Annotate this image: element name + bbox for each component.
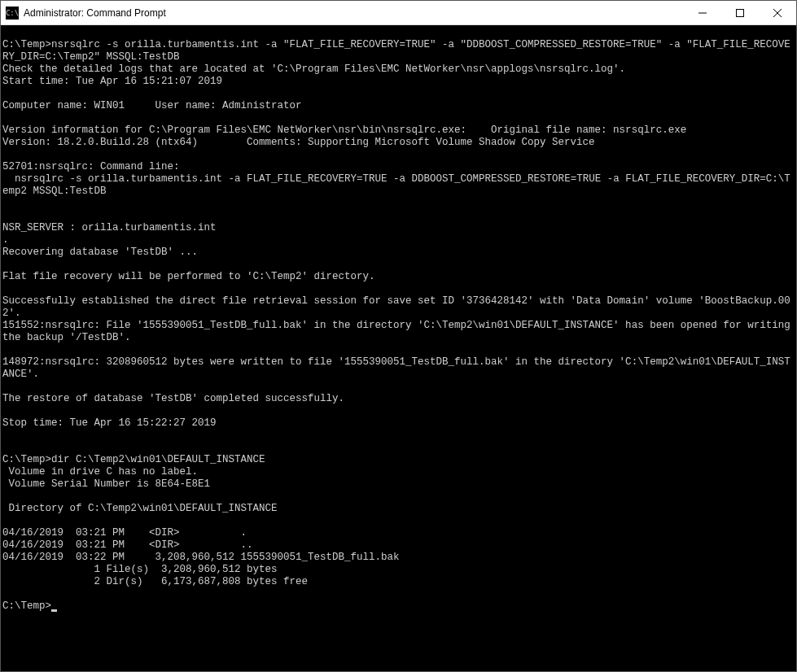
terminal-line: NSR_SERVER : orilla.turbamentis.int xyxy=(2,222,795,234)
maximize-button[interactable] xyxy=(721,1,759,24)
terminal-output[interactable]: C:\Temp>nsrsqlrc -s orilla.turbamentis.i… xyxy=(1,25,796,671)
close-icon xyxy=(773,9,782,17)
terminal-line: 151552:nsrsqlrc: File '1555390051_TestDB… xyxy=(2,320,795,344)
terminal-line xyxy=(2,112,795,124)
close-button[interactable] xyxy=(759,1,796,24)
window-title: Administrator: Command Prompt xyxy=(24,7,684,19)
terminal-line: 2 Dir(s) 6,173,687,808 bytes free xyxy=(2,576,795,588)
terminal-line xyxy=(2,259,795,271)
terminal-line: Volume Serial Number is 8E64-E8E1 xyxy=(2,478,795,491)
terminal-line xyxy=(2,149,795,161)
terminal-line: Computer name: WIN01 User name: Administ… xyxy=(2,100,795,112)
terminal-line xyxy=(2,210,795,222)
terminal-line: 04/16/2019 03:21 PM <DIR> . xyxy=(2,527,795,539)
terminal-line xyxy=(2,588,795,600)
terminal-line xyxy=(2,491,795,503)
terminal-line: C:\Temp>nsrsqlrc -s orilla.turbamentis.i… xyxy=(2,39,795,63)
terminal-line xyxy=(2,405,795,417)
terminal-line xyxy=(2,515,795,527)
terminal-line: . xyxy=(2,234,795,247)
cmd-icon: C:\ xyxy=(6,7,19,20)
terminal-line: nsrsqlrc -s orilla.turbamentis.int -a FL… xyxy=(2,173,795,198)
terminal-line xyxy=(2,344,795,356)
command-prompt-window: C:\ Administrator: Command Prompt C:\Tem… xyxy=(0,0,797,672)
terminal-line xyxy=(2,27,795,39)
terminal-line xyxy=(2,88,795,100)
svg-rect-1 xyxy=(737,9,744,16)
terminal-line xyxy=(2,430,795,442)
terminal-line: 1 File(s) 3,208,960,512 bytes xyxy=(2,564,795,576)
titlebar[interactable]: C:\ Administrator: Command Prompt xyxy=(1,1,796,25)
terminal-line: 148972:nsrsqlrc: 3208960512 bytes were w… xyxy=(2,356,795,381)
minimize-icon xyxy=(698,9,707,17)
terminal-line xyxy=(2,283,795,295)
terminal-line xyxy=(2,198,795,210)
terminal-line: Recovering database 'TestDB' ... xyxy=(2,247,795,259)
terminal-line: Successfully established the direct file… xyxy=(2,295,795,320)
terminal-line: Stop time: Tue Apr 16 15:22:27 2019 xyxy=(2,417,795,430)
terminal-line xyxy=(2,381,795,393)
terminal-line: Directory of C:\Temp2\win01\DEFAULT_INST… xyxy=(2,503,795,515)
terminal-line: 04/16/2019 03:22 PM 3,208,960,512 155539… xyxy=(2,552,795,564)
terminal-line: The restore of database 'TestDB' complet… xyxy=(2,393,795,405)
terminal-line xyxy=(2,442,795,454)
window-controls xyxy=(684,1,796,24)
terminal-line: Version information for C:\Program Files… xyxy=(2,124,795,137)
terminal-line: Version: 18.2.0.Build.28 (ntx64) Comment… xyxy=(2,137,795,149)
terminal-line: C:\Temp> xyxy=(2,600,795,613)
terminal-line: Start time: Tue Apr 16 15:21:07 2019 xyxy=(2,76,795,88)
terminal-line: 52701:nsrsqlrc: Command line: xyxy=(2,161,795,173)
terminal-line: C:\Temp>dir C:\Temp2\win01\DEFAULT_INSTA… xyxy=(2,454,795,466)
cursor xyxy=(51,609,57,612)
maximize-icon xyxy=(736,9,744,17)
terminal-line: Flat file recovery will be performed to … xyxy=(2,271,795,283)
minimize-button[interactable] xyxy=(684,1,721,24)
terminal-line: Volume in drive C has no label. xyxy=(2,466,795,478)
terminal-line: Check the detailed logs that are located… xyxy=(2,63,795,76)
terminal-line: 04/16/2019 03:21 PM <DIR> .. xyxy=(2,539,795,552)
